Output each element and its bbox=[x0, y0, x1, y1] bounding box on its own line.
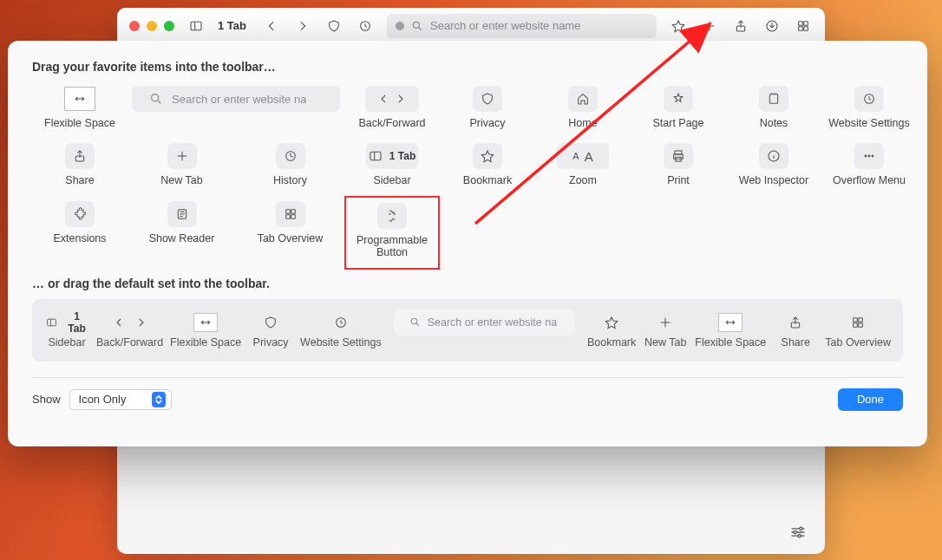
ds-address[interactable]: Search or enter website na bbox=[394, 309, 575, 335]
svg-marker-5 bbox=[672, 21, 684, 32]
ds-flexible-space-a[interactable]: Flexible Space bbox=[170, 312, 241, 348]
select-chevrons-icon bbox=[152, 392, 166, 407]
svg-rect-0 bbox=[191, 22, 201, 29]
toolbar-items-grid: Flexible Space Search or enter website n… bbox=[32, 86, 903, 261]
ds-new-tab[interactable]: New Tab bbox=[643, 312, 688, 348]
tile-privacy[interactable]: Privacy bbox=[440, 86, 535, 129]
svg-rect-66 bbox=[854, 322, 858, 327]
ds-flexible-space-b[interactable]: Flexible Space bbox=[695, 312, 766, 348]
tile-address-field[interactable]: Search or enter website na bbox=[128, 86, 344, 129]
show-label: Show bbox=[32, 393, 61, 406]
done-button[interactable]: Done bbox=[838, 388, 903, 411]
page-dot-icon bbox=[396, 22, 404, 30]
tile-new-tab[interactable]: New Tab bbox=[134, 143, 230, 186]
tile-show-reader[interactable]: Show Reader bbox=[134, 201, 230, 261]
tile-bookmark[interactable]: Bookmark bbox=[440, 143, 535, 186]
svg-point-43 bbox=[868, 156, 870, 158]
svg-point-16 bbox=[800, 527, 802, 530]
forward-icon[interactable] bbox=[293, 16, 312, 36]
tile-web-inspector[interactable]: Web Inspector bbox=[726, 143, 821, 186]
ds-bookmark[interactable]: Bookmark bbox=[587, 312, 636, 348]
website-settings-icon[interactable] bbox=[356, 16, 375, 36]
tile-home[interactable]: Home bbox=[535, 86, 631, 129]
tile-print[interactable]: Print bbox=[631, 143, 726, 186]
privacy-icon[interactable] bbox=[324, 16, 343, 36]
search-icon bbox=[409, 316, 421, 328]
tile-website-settings[interactable]: Website Settings bbox=[821, 86, 917, 129]
svg-point-42 bbox=[865, 156, 867, 158]
close-window[interactable] bbox=[129, 21, 140, 31]
svg-rect-11 bbox=[799, 21, 803, 25]
search-icon bbox=[149, 92, 163, 106]
tile-notes[interactable]: Notes bbox=[726, 86, 821, 129]
tile-start-page[interactable]: Start Page bbox=[631, 86, 726, 129]
svg-point-44 bbox=[872, 156, 873, 158]
safari-toolbar: 1 Tab Search or enter website name bbox=[117, 8, 825, 44]
svg-rect-52 bbox=[291, 214, 295, 218]
svg-point-22 bbox=[152, 94, 159, 101]
svg-rect-64 bbox=[854, 317, 858, 322]
tile-back-forward[interactable]: Back/Forward bbox=[344, 86, 440, 129]
svg-marker-59 bbox=[605, 317, 617, 329]
tile-flexible-space[interactable]: Flexible Space bbox=[32, 86, 128, 129]
page-settings-icon[interactable] bbox=[787, 523, 809, 542]
svg-rect-24 bbox=[769, 94, 777, 104]
tile-overflow-menu[interactable]: Overflow Menu bbox=[821, 143, 917, 186]
svg-rect-65 bbox=[859, 317, 863, 322]
minimize-window[interactable] bbox=[147, 21, 157, 31]
svg-rect-51 bbox=[285, 214, 290, 218]
new-tab-icon[interactable] bbox=[700, 16, 719, 36]
address-placeholder: Search or enter website name bbox=[430, 19, 580, 32]
customize-toolbar-sheet: Drag your favorite items into the toolba… bbox=[8, 41, 927, 446]
tile-share[interactable]: Share bbox=[32, 143, 128, 186]
svg-point-20 bbox=[798, 535, 801, 537]
svg-rect-33 bbox=[370, 153, 381, 160]
tile-sidebar[interactable]: 1 Tab Sidebar bbox=[344, 143, 440, 186]
default-set-subhead: … or drag the default set into the toolb… bbox=[32, 277, 903, 290]
svg-point-57 bbox=[411, 318, 417, 324]
svg-rect-13 bbox=[799, 26, 803, 30]
ds-tab-overview[interactable]: Tab Overview bbox=[825, 312, 891, 348]
svg-rect-53 bbox=[48, 319, 56, 326]
search-icon bbox=[411, 20, 423, 32]
svg-rect-12 bbox=[804, 21, 808, 25]
tile-history[interactable]: History bbox=[243, 143, 338, 186]
svg-rect-67 bbox=[859, 322, 863, 327]
share-icon[interactable] bbox=[731, 16, 750, 36]
bookmark-icon[interactable] bbox=[669, 16, 688, 36]
svg-point-18 bbox=[794, 531, 796, 533]
zoom-window[interactable] bbox=[164, 21, 174, 31]
sheet-heading: Drag your favorite items into the toolba… bbox=[32, 60, 903, 74]
svg-point-3 bbox=[413, 22, 419, 28]
tile-tab-overview[interactable]: Tab Overview bbox=[243, 201, 338, 261]
svg-marker-35 bbox=[481, 151, 493, 162]
ds-back-forward[interactable]: Back/Forward bbox=[96, 312, 163, 348]
svg-line-58 bbox=[416, 323, 419, 326]
ds-share[interactable]: Share bbox=[773, 312, 818, 348]
svg-rect-14 bbox=[804, 26, 808, 30]
tab-overview-icon[interactable] bbox=[794, 16, 813, 36]
svg-line-4 bbox=[419, 27, 422, 29]
ds-website-settings[interactable]: Website Settings bbox=[300, 312, 382, 348]
downloads-icon[interactable] bbox=[762, 16, 782, 36]
tile-zoom[interactable]: A A Zoom bbox=[535, 143, 631, 186]
svg-rect-50 bbox=[291, 209, 295, 213]
show-mode-select[interactable]: Icon Only bbox=[69, 389, 172, 410]
svg-rect-36 bbox=[675, 151, 682, 154]
sidebar-icon[interactable] bbox=[186, 16, 206, 36]
address-field[interactable]: Search or enter website name bbox=[387, 14, 657, 38]
ds-privacy[interactable]: Privacy bbox=[248, 312, 293, 348]
window-controls[interactable] bbox=[129, 21, 174, 31]
back-icon[interactable] bbox=[262, 16, 281, 36]
tile-extensions[interactable]: Extensions bbox=[32, 201, 128, 261]
svg-line-23 bbox=[158, 101, 160, 103]
tile-programmable-button[interactable]: Programmable Button bbox=[344, 196, 440, 270]
tab-count-label: 1 Tab bbox=[218, 19, 246, 32]
default-set-bar[interactable]: 1 Tab Sidebar Back/Forward Flexible Spac… bbox=[32, 299, 903, 361]
ds-sidebar[interactable]: 1 Tab Sidebar bbox=[44, 312, 89, 348]
svg-rect-49 bbox=[285, 209, 290, 213]
